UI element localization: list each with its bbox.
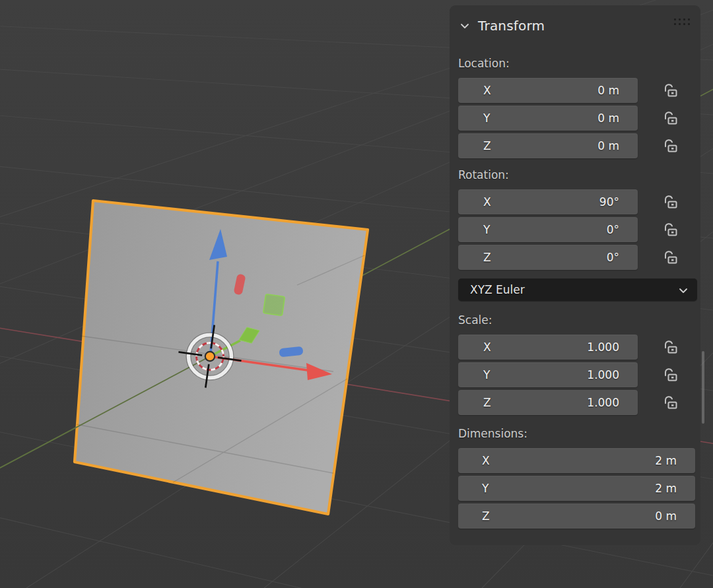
rotation-label: Rotation:: [458, 168, 700, 181]
unlocked-padlock-icon[interactable]: [662, 249, 679, 266]
axis-label: X: [482, 454, 490, 467]
field-value: 0°: [607, 223, 619, 236]
field-value: 2 m: [655, 454, 677, 467]
field-value: 0 m: [597, 139, 619, 152]
panel-header[interactable]: Transform: [458, 16, 700, 36]
scale-x-field[interactable]: X 1.000: [458, 335, 638, 360]
axis-label: Z: [483, 251, 491, 264]
rotation-z-field[interactable]: Z 0°: [458, 245, 638, 270]
field-value: 0 m: [655, 509, 677, 523]
unlocked-padlock-icon[interactable]: [662, 82, 679, 99]
blender-3d-viewport: Transform Location: X 0 m: [0, 0, 713, 588]
axis-label: X: [483, 84, 491, 97]
scale-z-field[interactable]: Z 1.000: [458, 390, 638, 415]
dimensions-label: Dimensions:: [458, 427, 700, 440]
location-label: Location:: [458, 57, 700, 70]
grip-dots-icon[interactable]: [674, 18, 690, 25]
gizmo-xz-plane-handle[interactable]: [263, 294, 285, 316]
dimensions-section: Dimensions: X 2 m Y 2 m Z 0 m: [458, 427, 700, 529]
location-section: Location: X 0 m Y 0 m: [458, 57, 700, 158]
chevron-down-icon[interactable]: [458, 19, 471, 32]
location-y-field[interactable]: Y 0 m: [458, 106, 638, 131]
axis-label: X: [483, 195, 491, 209]
panel-scrollbar[interactable]: [702, 351, 704, 424]
unlocked-padlock-icon[interactable]: [662, 193, 679, 211]
panel-title: Transform: [478, 18, 545, 34]
unlocked-padlock-icon[interactable]: [662, 366, 679, 383]
rotation-mode-value: XYZ Euler: [470, 283, 525, 296]
field-value: 0°: [607, 251, 619, 264]
axis-label: Z: [483, 139, 491, 152]
location-x-field[interactable]: X 0 m: [458, 78, 638, 103]
chevron-down-icon: [679, 284, 688, 296]
unlocked-padlock-icon[interactable]: [662, 339, 679, 356]
location-z-field[interactable]: Z 0 m: [458, 133, 638, 158]
rotation-x-field[interactable]: X 90°: [458, 189, 638, 214]
scale-section: Scale: X 1.000 Y 1.000: [458, 313, 700, 415]
axis-label: Y: [483, 368, 490, 381]
axis-label: Z: [483, 396, 491, 409]
axis-label: Z: [482, 509, 490, 523]
rotation-y-field[interactable]: Y 0°: [458, 217, 638, 242]
field-value: 1.000: [587, 368, 619, 381]
field-value: 0 m: [597, 112, 619, 125]
field-value: 2 m: [655, 482, 677, 495]
object-origin-dot: [205, 352, 215, 361]
unlocked-padlock-icon[interactable]: [662, 394, 679, 411]
rotation-section: Rotation: X 90° Y 0°: [458, 168, 700, 301]
unlocked-padlock-icon[interactable]: [662, 110, 679, 127]
field-value: 1.000: [587, 341, 619, 354]
scale-y-field[interactable]: Y 1.000: [458, 362, 638, 387]
transform-panel: Transform Location: X 0 m: [450, 5, 700, 545]
dimensions-z-field[interactable]: Z 0 m: [458, 504, 695, 529]
rotation-mode-select[interactable]: XYZ Euler: [458, 278, 697, 301]
dimensions-y-field[interactable]: Y 2 m: [458, 476, 695, 501]
unlocked-padlock-icon[interactable]: [662, 221, 679, 238]
dimensions-x-field[interactable]: X 2 m: [458, 448, 695, 473]
axis-label: Y: [482, 482, 489, 495]
axis-label: X: [483, 341, 491, 354]
field-value: 1.000: [587, 396, 619, 409]
axis-label: Y: [483, 112, 490, 125]
field-value: 90°: [599, 195, 619, 209]
axis-label: Y: [483, 223, 490, 236]
scale-label: Scale:: [458, 313, 700, 327]
field-value: 0 m: [597, 84, 619, 97]
unlocked-padlock-icon[interactable]: [662, 137, 679, 154]
